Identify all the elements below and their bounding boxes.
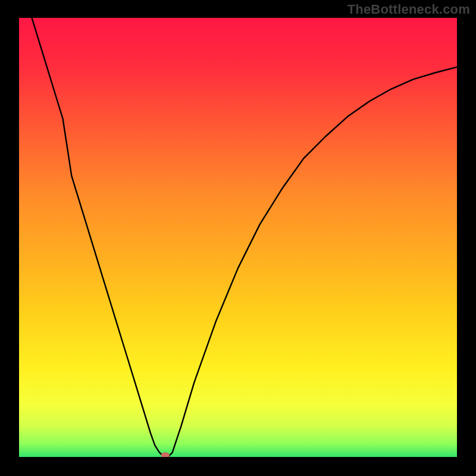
gradient-rect: [19, 18, 457, 457]
chart-svg: [19, 18, 457, 457]
watermark-text: TheBottleneck.com: [347, 2, 470, 17]
plot-area: [19, 18, 457, 457]
chart-frame: TheBottleneck.com: [0, 0, 476, 476]
minimum-marker: [161, 453, 170, 457]
